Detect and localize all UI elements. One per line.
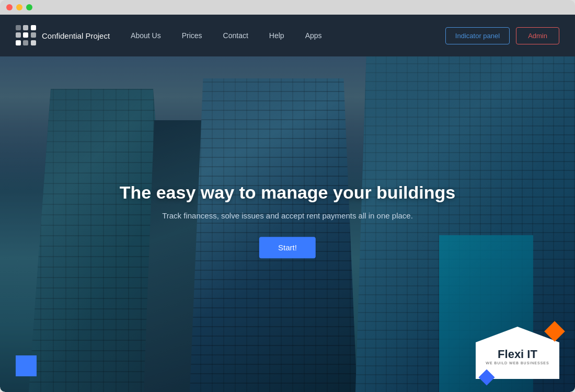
hero-subtitle: Track financess, solve issues and accept… [120,211,455,220]
nav-actions: Indicator panel Admin [445,27,559,44]
flexi-diamond: Flexi IT WE BUILD WEB BUSINESSES [476,327,559,379]
flexi-name: Flexi IT [498,349,537,360]
nav-contact[interactable]: Contact [223,31,248,40]
logo-text: Confidential Project [42,31,110,40]
flexi-badge: Flexi IT WE BUILD WEB BUSINESSES [470,324,565,382]
app-container: Confidential Project About Us Prices Con… [0,15,575,392]
close-button[interactable] [6,4,13,10]
hero-title: The easy way to manage your buildings [120,182,455,203]
minimize-button[interactable] [16,4,22,10]
window-chrome [0,0,575,15]
logo-dot [16,25,21,30]
nav-help[interactable]: Help [269,31,284,40]
nav-links: About Us Prices Contact Help Apps [131,31,445,40]
logo-area: Confidential Project [16,25,110,46]
hero-section: The easy way to manage your buildings Tr… [0,56,575,392]
indicator-panel-button[interactable]: Indicator panel [445,27,510,44]
maximize-button[interactable] [26,4,32,10]
start-button[interactable]: Start! [259,237,316,258]
flexi-tagline: WE BUILD WEB BUSINESSES [486,361,549,365]
nav-about-us[interactable]: About Us [131,31,161,40]
navbar: Confidential Project About Us Prices Con… [0,15,575,56]
logo-dot [31,40,36,45]
logo-dot [16,32,21,38]
logo-dot [23,32,28,38]
admin-button[interactable]: Admin [516,27,559,44]
logo-dot [16,40,21,45]
nav-apps[interactable]: Apps [305,31,322,40]
logo-dot [31,32,36,38]
deco-blue-square [16,355,37,376]
logo-dot [31,25,36,30]
logo-dot [23,40,28,45]
nav-prices[interactable]: Prices [182,31,202,40]
logo-dot [23,25,28,30]
hero-content: The easy way to manage your buildings Tr… [120,182,455,258]
logo-icon [16,25,37,46]
